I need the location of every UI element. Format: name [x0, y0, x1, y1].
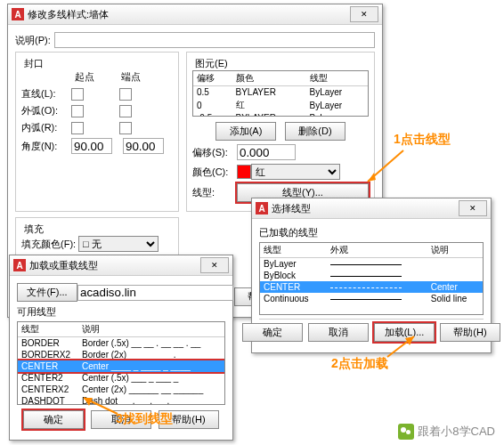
- callout-2: 2点击加载: [331, 356, 388, 372]
- list-item: CENTERCenter ____ _ ____ _ ____: [18, 360, 224, 372]
- elements-group: 图元(E) 偏移颜色线型 0.5BYLAYERByLayer 0红ByLayer…: [186, 52, 375, 212]
- titlebar: A 选择线型 ✕: [252, 198, 491, 219]
- window-title: 修改多线样式:墙体: [28, 8, 109, 21]
- angle-start-input[interactable]: [71, 138, 112, 154]
- watermark: 跟着小8学CAD: [398, 424, 495, 440]
- arrow-icon: [383, 335, 419, 360]
- available-list[interactable]: 线型说明 BORDERBorder (.5x) __ __ . __ __ . …: [17, 321, 225, 405]
- help-button[interactable]: 帮助(H): [440, 323, 500, 342]
- elements-list[interactable]: 偏移颜色线型 0.5BYLAYERByLayer 0红ByLayer -0.5B…: [192, 70, 369, 117]
- file-input[interactable]: [77, 285, 233, 301]
- arrow-icon: [363, 146, 408, 190]
- outer-end-checkbox[interactable]: [119, 105, 132, 117]
- list-item: DASHDOTDash dot __ . __ . __ . __: [18, 395, 224, 405]
- ok-button[interactable]: 确定: [242, 323, 303, 342]
- inner-end-checkbox[interactable]: [119, 122, 132, 134]
- close-icon[interactable]: ✕: [350, 6, 378, 22]
- list-item: BORDERX2Border (2x) ____ ____ . ____: [18, 349, 224, 360]
- callout-3: 3找到线型: [116, 411, 173, 427]
- outer-start-checkbox[interactable]: [71, 105, 84, 117]
- inner-start-checkbox[interactable]: [71, 122, 84, 134]
- app-icon: A: [256, 202, 268, 214]
- offset-input[interactable]: [237, 144, 296, 160]
- add-button[interactable]: 添加(A): [215, 122, 276, 141]
- arrow-icon: [80, 396, 121, 417]
- color-select[interactable]: 红: [251, 164, 340, 180]
- titlebar: A 修改多线样式:墙体 ✕: [8, 4, 382, 25]
- linetype-list[interactable]: 线型外观说明 ByLayer ByBlock CENTERCenter Cont…: [259, 242, 484, 315]
- titlebar: A 加载或重载线型 ✕: [10, 255, 232, 276]
- cancel-button[interactable]: 取消: [308, 323, 369, 342]
- list-item: CENTERCenter: [260, 281, 483, 293]
- close-icon[interactable]: ✕: [200, 257, 229, 273]
- file-button[interactable]: 文件(F)...: [17, 283, 77, 302]
- window-title: 加载或重载线型: [29, 259, 98, 272]
- list-item: ContinuousSolid line: [260, 293, 483, 304]
- line-end-checkbox[interactable]: [119, 88, 132, 101]
- wechat-icon: [398, 424, 414, 440]
- app-icon: A: [13, 259, 26, 271]
- list-item: ByLayer: [260, 258, 483, 271]
- color-swatch: [237, 165, 251, 179]
- line-start-checkbox[interactable]: [71, 88, 84, 101]
- description-input[interactable]: [54, 32, 375, 48]
- app-icon: A: [12, 8, 24, 20]
- list-item: BORDERBorder (.5x) __ __ . __ __ . __: [18, 337, 224, 350]
- delete-button[interactable]: 删除(D): [285, 122, 345, 141]
- list-item: CENTERX2Center (2x) ______ __ ______: [18, 384, 224, 395]
- ok-button[interactable]: 确定: [23, 410, 84, 429]
- close-icon[interactable]: ✕: [459, 200, 487, 216]
- window-title: 选择线型: [272, 202, 311, 215]
- select-linetype-dialog: A 选择线型 ✕ 已加载的线型 线型外观说明 ByLayer ByBlock C…: [251, 198, 492, 353]
- description-label: 说明(P):: [15, 34, 51, 47]
- list-item: CENTER2Center (.5x) ___ _ ___ _: [18, 372, 224, 384]
- fill-color-select[interactable]: □ 无: [78, 236, 159, 252]
- list-item: ByBlock: [260, 270, 483, 281]
- angle-end-input[interactable]: [123, 138, 164, 154]
- caps-group: 封口 起点端点 直线(L): 外弧(O): 内弧(R): 角度(N):: [15, 52, 179, 212]
